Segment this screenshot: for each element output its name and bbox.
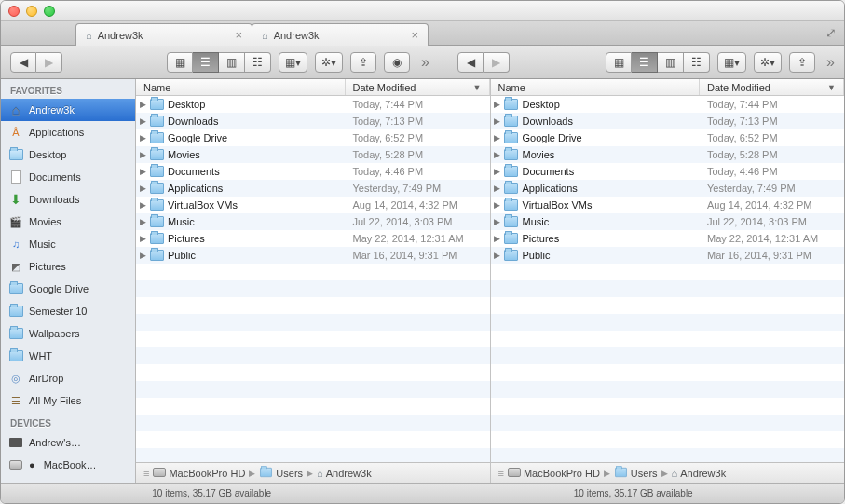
file-row[interactable] — [491, 415, 845, 431]
back-button[interactable]: ◀ — [457, 52, 484, 73]
disclosure-triangle-icon[interactable]: ▶ — [136, 251, 149, 260]
disclosure-triangle-icon[interactable]: ▶ — [491, 116, 504, 126]
tab[interactable]: ⌂ Andrew3k × — [252, 23, 429, 46]
file-row[interactable] — [136, 415, 490, 431]
column-view-button[interactable]: ▥ — [219, 52, 245, 73]
file-row[interactable] — [491, 314, 845, 331]
file-row[interactable]: ▶PicturesMay 22, 2014, 12:31 AM — [136, 230, 490, 247]
file-row[interactable] — [136, 398, 490, 415]
eject-icon[interactable]: ⏏ — [118, 482, 128, 484]
file-row[interactable]: ▶PublicMar 16, 2014, 9:31 PM — [136, 247, 490, 264]
file-row[interactable] — [136, 264, 490, 280]
path-resize-icon[interactable]: ≡ — [143, 468, 149, 479]
close-tab-icon[interactable]: × — [235, 28, 242, 42]
disclosure-triangle-icon[interactable]: ▶ — [491, 234, 504, 243]
path-component[interactable]: ⌂Andrew3k — [672, 468, 727, 479]
sidebar-item-airdrop[interactable]: ◎AirDrop — [1, 367, 135, 389]
path-resize-icon[interactable]: ≡ — [498, 468, 504, 479]
sidebar-device[interactable]: XtraFinder⏏ — [1, 476, 135, 483]
file-row[interactable] — [136, 314, 490, 331]
disclosure-triangle-icon[interactable]: ▶ — [491, 184, 504, 193]
file-list[interactable]: ▶DesktopToday, 7:44 PM▶DownloadsToday, 7… — [136, 96, 490, 462]
sidebar-item-movies[interactable]: 🎬Movies — [1, 211, 135, 233]
minimize-window-button[interactable] — [26, 6, 37, 17]
file-row[interactable] — [136, 347, 490, 364]
column-view-button[interactable]: ▥ — [658, 52, 684, 73]
icon-view-button[interactable]: ▦ — [167, 52, 193, 73]
forward-button[interactable]: ▶ — [36, 52, 62, 73]
date-column-header[interactable]: Date Modified▼ — [346, 79, 490, 95]
disclosure-triangle-icon[interactable]: ▶ — [136, 100, 149, 109]
disclosure-triangle-icon[interactable]: ▶ — [136, 116, 149, 126]
path-bar[interactable]: ≡MacBookPro HD▶Users▶⌂Andrew3k — [491, 462, 845, 483]
arrange-button[interactable]: ▦▾ — [279, 52, 307, 73]
file-row[interactable] — [136, 448, 490, 462]
disclosure-triangle-icon[interactable]: ▶ — [136, 133, 149, 143]
sidebar-device[interactable]: ●MacBook… — [1, 454, 135, 476]
file-row[interactable] — [491, 264, 845, 280]
coverflow-view-button[interactable]: ☷ — [684, 52, 710, 73]
action-button[interactable]: ✲▾ — [315, 52, 343, 73]
list-view-button[interactable]: ☰ — [632, 52, 658, 73]
disclosure-triangle-icon[interactable]: ▶ — [491, 167, 504, 176]
file-row[interactable]: ▶MusicJul 22, 2014, 3:03 PM — [491, 213, 845, 230]
sidebar-item-music[interactable]: ♫Music — [1, 233, 135, 255]
file-row[interactable] — [491, 280, 845, 297]
action-button[interactable]: ✲▾ — [754, 52, 782, 73]
disclosure-triangle-icon[interactable]: ▶ — [136, 184, 149, 193]
file-row[interactable] — [491, 448, 845, 462]
file-row[interactable] — [491, 331, 845, 347]
file-row[interactable]: ▶ApplicationsYesterday, 7:49 PM — [136, 180, 490, 197]
close-window-button[interactable] — [8, 6, 20, 17]
disclosure-triangle-icon[interactable]: ▶ — [491, 251, 504, 260]
name-column-header[interactable]: Name — [136, 79, 346, 95]
file-row[interactable]: ▶DownloadsToday, 7:13 PM — [136, 113, 490, 129]
disclosure-triangle-icon[interactable]: ▶ — [136, 167, 149, 176]
sidebar-item-semester-10[interactable]: Semester 10 — [1, 300, 135, 322]
forward-button[interactable]: ▶ — [484, 52, 510, 73]
file-row[interactable]: ▶MoviesToday, 5:28 PM — [136, 146, 490, 163]
path-component[interactable]: MacBookPro HD — [508, 468, 600, 479]
sidebar-item-desktop[interactable]: Desktop — [1, 143, 135, 166]
file-row[interactable]: ▶DocumentsToday, 4:46 PM — [491, 163, 845, 180]
share-button[interactable]: ⇪ — [350, 52, 376, 73]
back-button[interactable]: ◀ — [10, 52, 36, 73]
file-row[interactable]: ▶PicturesMay 22, 2014, 12:31 AM — [491, 230, 845, 247]
list-view-button[interactable]: ☰ — [193, 52, 219, 73]
file-row[interactable]: ▶DesktopToday, 7:44 PM — [491, 96, 845, 113]
close-tab-icon[interactable]: × — [411, 28, 418, 42]
file-row[interactable] — [491, 398, 845, 415]
path-bar[interactable]: ≡MacBookPro HD▶Users▶⌂Andrew3k — [136, 462, 490, 483]
sidebar-item-applications[interactable]: ÅApplications — [1, 121, 135, 143]
name-column-header[interactable]: Name — [491, 79, 701, 95]
file-row[interactable]: ▶DownloadsToday, 7:13 PM — [491, 113, 845, 129]
file-row[interactable]: ▶ApplicationsYesterday, 7:49 PM — [491, 180, 845, 197]
file-row[interactable] — [136, 381, 490, 398]
file-row[interactable]: ▶Google DriveToday, 6:52 PM — [136, 129, 490, 146]
file-row[interactable]: ▶VirtualBox VMsAug 14, 2014, 4:32 PM — [491, 197, 845, 213]
disclosure-triangle-icon[interactable]: ▶ — [136, 234, 149, 243]
sidebar-item-wallpapers[interactable]: Wallpapers — [1, 322, 135, 345]
sidebar-item-wht[interactable]: WHT — [1, 345, 135, 367]
file-row[interactable]: ▶Google DriveToday, 6:52 PM — [491, 129, 845, 146]
path-component[interactable]: MacBookPro HD — [153, 468, 245, 479]
tab[interactable]: ⌂ Andrew3k × — [75, 23, 252, 46]
file-row[interactable]: ▶MoviesToday, 5:28 PM — [491, 146, 845, 163]
file-row[interactable] — [491, 381, 845, 398]
file-row[interactable]: ▶DesktopToday, 7:44 PM — [136, 96, 490, 113]
disclosure-triangle-icon[interactable]: ▶ — [491, 100, 504, 109]
file-row[interactable] — [136, 331, 490, 347]
file-row[interactable]: ▶MusicJul 22, 2014, 3:03 PM — [136, 213, 490, 230]
zoom-window-button[interactable] — [44, 6, 55, 17]
file-row[interactable] — [136, 297, 490, 314]
date-column-header[interactable]: Date Modified▼ — [700, 79, 844, 95]
sidebar-item-pictures[interactable]: ◩Pictures — [1, 255, 135, 278]
path-component[interactable]: Users — [259, 467, 303, 480]
file-row[interactable] — [136, 364, 490, 381]
file-row[interactable] — [491, 297, 845, 314]
file-row[interactable]: ▶PublicMar 16, 2014, 9:31 PM — [491, 247, 845, 264]
file-row[interactable] — [491, 347, 845, 364]
path-component[interactable]: ⌂Andrew3k — [317, 468, 372, 479]
sidebar-item-google-drive[interactable]: Google Drive — [1, 278, 135, 300]
file-row[interactable] — [491, 431, 845, 448]
